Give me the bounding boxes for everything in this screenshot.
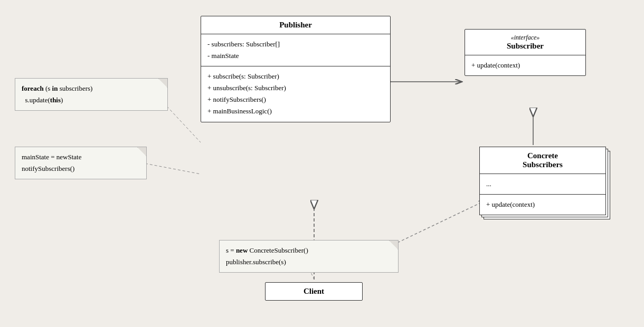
note-new-subscriber-line2: publisher.subscribe(s) [226, 256, 392, 268]
publisher-fields: - subscribers: Subscriber[] - mainState [201, 34, 390, 66]
publisher-field-2: - mainState [207, 50, 384, 62]
client-title: Client [266, 283, 362, 300]
subscriber-interface-box: «interface» Subscriber + update(context) [465, 29, 586, 76]
subscriber-title: Subscriber [471, 42, 579, 51]
concrete-subscribers-box: ConcreteSubscribers ... + update(context… [479, 147, 606, 215]
publisher-methods: + subscribe(s: Subscriber) + unsubscribe… [201, 66, 390, 121]
concrete-subscribers-dots: ... [480, 174, 605, 195]
note-mainstate-line1: mainState = newState [22, 151, 140, 163]
client-box: Client [265, 282, 363, 301]
diagram-container: Publisher - subscribers: Subscriber[] - … [0, 0, 644, 327]
subscriber-method-1: + update(context) [471, 60, 579, 71]
note-mainstate: mainState = newState notifySubscribers() [15, 147, 147, 179]
subscriber-methods: + update(context) [465, 55, 585, 75]
note-new-subscriber-line1: s = new ConcreteSubscriber() [226, 245, 392, 256]
publisher-method-2: + unsubscribe(s: Subscriber) [207, 82, 384, 94]
note-new-subscriber: s = new ConcreteSubscriber() publisher.s… [219, 240, 399, 273]
concrete-dots: ... [486, 178, 599, 190]
note-foreach-line2: s.update(this) [22, 94, 161, 106]
note-mainstate-line2: notifySubscribers() [22, 163, 140, 175]
concrete-subscribers-methods: + update(context) [480, 195, 605, 215]
publisher-field-1: - subscribers: Subscriber[] [207, 39, 384, 50]
subscriber-interface-header: «interface» Subscriber [465, 30, 585, 55]
concrete-method-1: + update(context) [486, 199, 599, 210]
publisher-title: Publisher [201, 16, 390, 34]
publisher-method-1: + subscribe(s: Subscriber) [207, 71, 384, 82]
note-foreach: foreach (s in subscribers) s.update(this… [15, 78, 168, 111]
svg-line-7 [145, 164, 201, 174]
svg-line-6 [164, 103, 201, 142]
publisher-method-4: + mainBusinessLogic() [207, 105, 384, 117]
publisher-method-3: + notifySubscribers() [207, 94, 384, 105]
concrete-subscribers-title: ConcreteSubscribers [480, 147, 605, 174]
subscriber-stereotype: «interface» [471, 34, 579, 42]
note-foreach-line1: foreach (s in subscribers) [22, 83, 161, 94]
concrete-subscribers-stack: ConcreteSubscribers ... + update(context… [479, 147, 606, 215]
publisher-box: Publisher - subscribers: Subscriber[] - … [201, 16, 391, 122]
